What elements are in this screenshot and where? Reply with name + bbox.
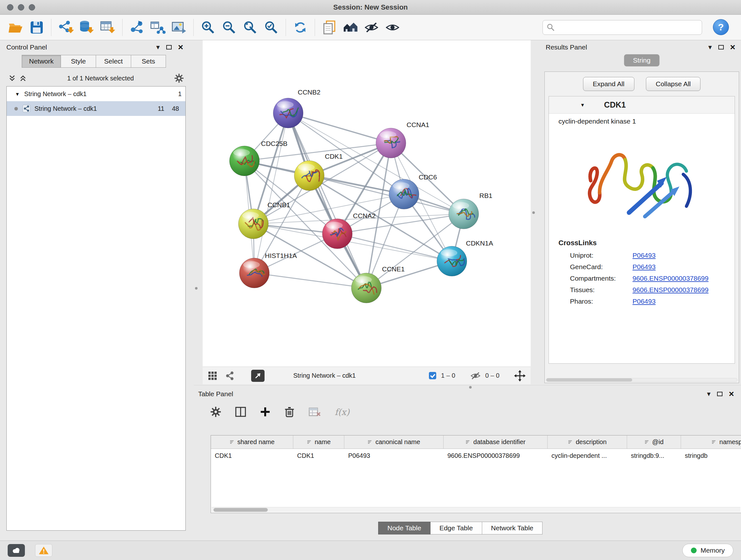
open-session-icon[interactable] <box>7 18 24 37</box>
gene-card-header[interactable]: ▼ CDK1 <box>549 97 735 114</box>
network-collection-row[interactable]: ▼ String Network – cdk1 1 <box>7 86 185 101</box>
column-header-description[interactable]: description <box>548 435 627 449</box>
splitter-handle[interactable] <box>195 287 198 290</box>
float-panel-icon[interactable] <box>718 45 724 50</box>
chevron-down-icon[interactable]: ▾ <box>707 390 711 397</box>
table-cell[interactable]: CDK1 <box>293 449 344 462</box>
tree-expand-icon[interactable]: ▼ <box>15 91 20 97</box>
tab-style[interactable]: Style <box>61 55 96 68</box>
table-cell[interactable]: cyclin-dependent ... <box>548 449 627 462</box>
zoom-out-icon[interactable] <box>220 18 238 37</box>
tab-edge-table[interactable]: Edge Table <box>430 522 482 535</box>
network-from-table-icon[interactable] <box>149 18 167 37</box>
tab-sets[interactable]: Sets <box>131 55 166 68</box>
crosslink-value-link[interactable]: 9606.ENSP00000378699 <box>632 274 709 282</box>
results-horizontal-scrollbar[interactable] <box>546 378 738 382</box>
search-input[interactable] <box>557 24 698 31</box>
network-canvas[interactable]: CCNB2CCNA1CDC25BCDK1CDC6RB1CCNB1CCNA2CDK… <box>203 40 531 367</box>
zoom-fit-icon[interactable] <box>241 18 259 37</box>
zoom-in-icon[interactable] <box>199 18 217 37</box>
help-button[interactable]: ? <box>713 19 729 35</box>
close-panel-icon[interactable]: × <box>178 43 183 52</box>
edge-HIST1H1A-CCNE1[interactable] <box>254 273 366 288</box>
crosslink-value-link[interactable]: P06493 <box>632 298 656 305</box>
delete-table-icon[interactable] <box>309 407 321 417</box>
pan-crosshair-icon[interactable] <box>514 370 526 381</box>
collapse-all-chevron-icon[interactable] <box>19 75 27 82</box>
zoom-selected-icon[interactable] <box>262 18 280 37</box>
close-window-button[interactable] <box>7 4 13 10</box>
node-CDK1[interactable] <box>294 161 324 191</box>
node-HIST1H1A[interactable] <box>239 258 269 288</box>
gear-icon[interactable] <box>174 73 184 83</box>
edge-CCNB2-CCNA1[interactable] <box>288 113 391 143</box>
gear-icon[interactable] <box>210 407 221 417</box>
splitter-handle[interactable] <box>532 211 535 214</box>
network-view-icon[interactable] <box>225 371 234 381</box>
memory-button[interactable]: Memory <box>682 544 733 557</box>
scrollbar-thumb[interactable] <box>213 508 268 512</box>
birds-eye-view-button[interactable] <box>251 370 265 382</box>
table-horizontal-scrollbar[interactable] <box>212 507 740 512</box>
zoom-window-button[interactable] <box>29 4 35 10</box>
table-cell[interactable]: stringdb <box>681 449 741 462</box>
column-header-shared-name[interactable]: shared name <box>211 435 293 449</box>
minimize-window-button[interactable] <box>18 4 24 10</box>
close-panel-icon[interactable]: × <box>730 43 735 52</box>
new-network-icon[interactable] <box>128 18 146 37</box>
column-header-namespace[interactable]: namespace <box>681 435 741 449</box>
float-panel-icon[interactable] <box>166 45 172 50</box>
edge-CCNB2-HIST1H1A[interactable] <box>254 113 288 273</box>
node-CCNB2[interactable] <box>273 98 303 128</box>
float-panel-icon[interactable] <box>717 392 723 396</box>
edge-CCNB2-CCNE1[interactable] <box>288 113 366 288</box>
table-cell[interactable]: CDK1 <box>211 449 293 462</box>
import-network-file-icon[interactable] <box>57 18 75 37</box>
copy-icon[interactable] <box>320 18 338 37</box>
collapse-gene-icon[interactable]: ▼ <box>580 102 585 108</box>
node-CDC25B[interactable] <box>229 146 259 176</box>
cloud-button[interactable] <box>8 544 25 557</box>
hide-selected-eye-slash-icon[interactable] <box>362 18 381 37</box>
warning-button[interactable] <box>35 544 52 557</box>
import-network-database-icon[interactable] <box>78 18 96 37</box>
column-header-name[interactable]: name <box>293 435 344 449</box>
node-CCNA1[interactable] <box>376 128 406 158</box>
column-header-canonical-name[interactable]: canonical name <box>344 435 444 449</box>
add-column-plus-icon[interactable] <box>260 407 270 417</box>
table-cell[interactable]: 9606.ENSP00000378699 <box>444 449 548 462</box>
table-cell[interactable]: P06493 <box>344 449 444 462</box>
node-CCNA2[interactable] <box>322 219 352 249</box>
column-header-@id[interactable]: @id <box>627 435 681 449</box>
selected-checkbox-icon[interactable] <box>428 372 436 380</box>
crosslink-value-link[interactable]: P06493 <box>632 263 656 271</box>
show-all-eye-icon[interactable] <box>384 18 401 37</box>
network-row-selected[interactable]: String Network – cdk1 11 48 <box>7 101 185 116</box>
scrollbar-thumb[interactable] <box>546 378 632 381</box>
node-CCNB1[interactable] <box>239 209 268 239</box>
tab-node-table[interactable]: Node Table <box>378 522 430 535</box>
delete-trash-icon[interactable] <box>284 406 294 418</box>
tab-network[interactable]: Network <box>22 55 61 68</box>
overview-houses-icon[interactable] <box>341 18 359 37</box>
function-builder-icon[interactable]: f(x) <box>335 407 349 417</box>
columns-icon[interactable] <box>235 407 246 417</box>
node-CCNE1[interactable] <box>351 273 381 303</box>
refresh-icon[interactable] <box>291 18 309 37</box>
table-body-row[interactable]: CDK1CDK1P064939606.ENSP00000378699cyclin… <box>211 449 741 462</box>
expand-all-chevron-icon[interactable] <box>8 75 16 82</box>
save-session-icon[interactable] <box>28 18 46 37</box>
chevron-down-icon[interactable]: ▾ <box>156 44 160 51</box>
import-table-file-icon[interactable] <box>99 18 117 37</box>
node-CDKN1A[interactable] <box>437 246 467 276</box>
expand-all-button[interactable]: Expand All <box>583 77 634 91</box>
node-RB1[interactable] <box>449 199 479 229</box>
tab-network-table[interactable]: Network Table <box>482 522 543 535</box>
crosslink-value-link[interactable]: 9606.ENSP00000378699 <box>632 286 709 294</box>
collapse-all-button[interactable]: Collapse All <box>646 77 701 91</box>
search-box[interactable] <box>542 20 702 35</box>
tab-string[interactable]: String <box>624 54 660 66</box>
close-panel-icon[interactable]: × <box>729 389 734 398</box>
grid-view-icon[interactable] <box>208 371 217 381</box>
table-cell[interactable]: stringdb:9... <box>627 449 681 462</box>
